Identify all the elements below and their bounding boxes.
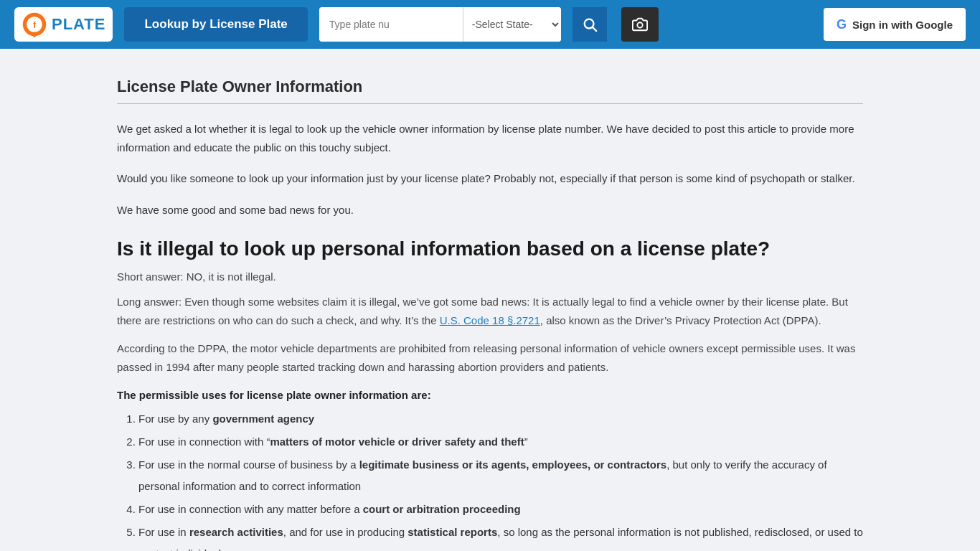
state-select[interactable]: -Select State- AlabamaAlaskaArizonaArkan…	[463, 7, 561, 42]
intro-paragraph-1: We get asked a lot whether it is legal t…	[117, 120, 863, 156]
site-logo[interactable]: f PLATE	[14, 7, 113, 42]
logo-text: PLATE	[52, 15, 105, 34]
short-answer: Short answer: NO, it is not illegal.	[117, 270, 863, 283]
bold-text: matters of motor vehicle or driver safet…	[270, 435, 524, 448]
svg-point-6	[637, 22, 642, 27]
list-item: For use in research activities, and for …	[138, 522, 863, 551]
list-item: For use by any government agency	[138, 408, 863, 430]
list-item: For use in connection with any matter be…	[138, 499, 863, 520]
permissible-label: The permissible uses for license plate o…	[117, 389, 863, 401]
long-answer: Long answer: Even though some websites c…	[117, 293, 863, 329]
search-button[interactable]	[573, 7, 607, 42]
main-content: License Plate Owner Information We get a…	[95, 77, 885, 551]
plate-search-input[interactable]	[319, 7, 463, 42]
long-answer-suffix: , also known as the Driver’s Privacy Pro…	[540, 314, 821, 326]
section-heading: Is it illegal to look up personal inform…	[117, 236, 863, 262]
dppa-link[interactable]: U.S. Code 18 §.2721	[440, 314, 540, 326]
bold-text: legitimate business or its agents, emplo…	[359, 458, 666, 471]
logo-icon: f	[22, 11, 47, 37]
bold-text: statistical reports	[407, 526, 497, 538]
google-signin-button[interactable]: G Sign in with Google	[824, 8, 966, 41]
lookup-nav-button[interactable]: Lookup by License Plate	[124, 7, 307, 42]
svg-line-5	[593, 27, 596, 31]
permissible-list: For use by any government agency For use…	[138, 408, 863, 551]
site-header: f PLATE Lookup by License Plate -Select …	[0, 0, 980, 49]
search-icon	[582, 17, 598, 32]
bold-text: government agency	[212, 413, 314, 425]
page-title: License Plate Owner Information	[117, 77, 863, 96]
google-signin-label: Sign in with Google	[852, 19, 953, 31]
bold-text: court or arbitration proceeding	[363, 503, 521, 515]
camera-button[interactable]	[621, 7, 659, 42]
intro-paragraph-2: Would you like someone to look up your i…	[117, 169, 863, 188]
intro-paragraph-3: We have some good and some bad news for …	[117, 201, 863, 220]
camera-icon	[632, 17, 648, 32]
title-divider	[117, 103, 863, 104]
bold-text: research activities	[189, 526, 283, 538]
list-item: For use in the normal course of business…	[138, 454, 863, 497]
google-g-icon: G	[837, 17, 847, 32]
list-item: For use in connection with “matters of m…	[138, 431, 863, 453]
dppa-paragraph: According to the DPPA, the motor vehicle…	[117, 339, 863, 376]
